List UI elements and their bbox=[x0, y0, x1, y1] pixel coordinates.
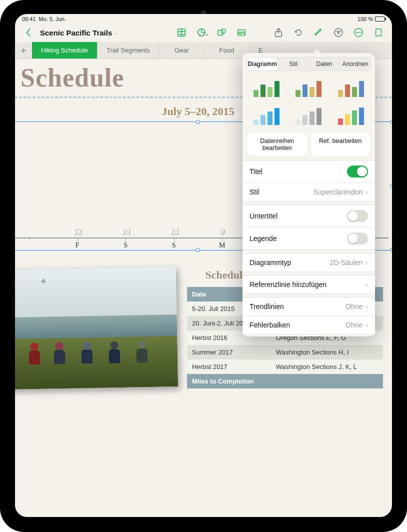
x-tick-label: S bbox=[152, 242, 196, 250]
document-title[interactable]: Scenic Pacific Trails bbox=[40, 28, 112, 37]
status-date: Mo. 5. Jun. bbox=[39, 16, 66, 22]
chevron-right-icon: › bbox=[366, 258, 368, 266]
row-diagrammtyp[interactable]: Diagrammtyp 2D-Säulen› bbox=[242, 253, 375, 272]
chevron-right-icon: › bbox=[366, 280, 368, 288]
x-tick-label: F bbox=[56, 242, 100, 250]
insert-media-button[interactable] bbox=[233, 25, 250, 40]
chart-style-thumb[interactable] bbox=[248, 76, 286, 100]
selection-handle[interactable] bbox=[196, 120, 200, 124]
insert-chart-button[interactable] bbox=[193, 25, 210, 40]
more-button[interactable] bbox=[350, 25, 367, 40]
table-footer[interactable]: Miles to Completion bbox=[187, 374, 383, 388]
table-row[interactable]: Summer 2017Washington Sections H, I bbox=[187, 345, 383, 360]
row-trendlinien[interactable]: Trendlinien Ohne› bbox=[242, 297, 375, 316]
segment-stil[interactable]: Stil bbox=[278, 58, 309, 70]
x-tick-label: S bbox=[104, 242, 148, 250]
selection-handle[interactable] bbox=[196, 248, 200, 252]
toggle-legende[interactable] bbox=[347, 232, 368, 244]
format-brush-button[interactable] bbox=[310, 25, 327, 40]
filter-button[interactable] bbox=[330, 25, 347, 40]
chevron-right-icon: › bbox=[366, 321, 368, 329]
battery-icon bbox=[375, 16, 385, 22]
chart-style-thumb[interactable] bbox=[248, 104, 286, 128]
x-tick-label: M bbox=[200, 242, 244, 250]
segment-diagramm[interactable]: Diagramm bbox=[247, 58, 278, 70]
edit-references-button[interactable]: Ref. bearbeiten bbox=[311, 133, 370, 156]
segment-daten[interactable]: Daten bbox=[309, 58, 340, 70]
tab-hiking-schedule[interactable]: Hiking Schedule bbox=[32, 42, 98, 58]
insert-shape-button[interactable] bbox=[213, 25, 230, 40]
edit-data-series-button[interactable]: Datenreihen bearbeiten bbox=[248, 133, 307, 156]
svg-point-3 bbox=[221, 29, 226, 34]
chart-style-thumb[interactable] bbox=[332, 104, 370, 128]
tab-trail-segments[interactable]: Trail Segments bbox=[98, 42, 160, 58]
chevron-down-icon[interactable]: ⌵ bbox=[114, 30, 118, 36]
segment-anordnen[interactable]: Anordnen bbox=[340, 58, 370, 70]
row-referenzlinie[interactable]: Referenzlinie hinzufügen › bbox=[242, 275, 375, 294]
selection-handle[interactable] bbox=[390, 248, 392, 252]
row-untertitel[interactable]: Untertitel bbox=[242, 204, 375, 228]
main-toolbar: Scenic Pacific Trails ⌵ bbox=[15, 23, 392, 42]
svg-point-9 bbox=[356, 32, 357, 33]
chevron-right-icon: › bbox=[366, 302, 368, 310]
popover-segment-control[interactable]: Diagramm Stil Daten Anordnen bbox=[246, 57, 371, 71]
new-sheet-button[interactable] bbox=[370, 25, 387, 40]
back-button[interactable] bbox=[20, 25, 37, 40]
multitask-dots-icon[interactable] bbox=[200, 34, 208, 36]
toggle-untertitel[interactable] bbox=[347, 210, 368, 222]
chart-style-thumb[interactable] bbox=[290, 104, 328, 128]
x-tick-label bbox=[15, 242, 51, 250]
insert-table-button[interactable] bbox=[173, 25, 190, 40]
chart-style-thumb[interactable] bbox=[332, 76, 370, 100]
tab-gear[interactable]: Gear bbox=[160, 42, 204, 58]
chevron-right-icon: › bbox=[366, 188, 368, 196]
format-popover: Diagramm Stil Daten Anordnen Datenreihen… bbox=[242, 53, 375, 336]
status-bar: 09:41 Mo. 5. Jun. 100 % bbox=[15, 14, 392, 23]
row-fehlerbalken[interactable]: Fehlerbalken Ohne› bbox=[242, 316, 375, 334]
add-sheet-button[interactable]: ＋ bbox=[15, 42, 32, 58]
row-stil[interactable]: Stil Superclarendon› bbox=[242, 183, 375, 202]
svg-point-10 bbox=[358, 32, 359, 33]
selection-handle[interactable] bbox=[390, 120, 392, 124]
undo-button[interactable] bbox=[290, 25, 307, 40]
share-button[interactable] bbox=[270, 25, 287, 40]
chart-style-thumb[interactable] bbox=[290, 76, 328, 100]
svg-point-11 bbox=[360, 32, 360, 33]
toggle-titel[interactable] bbox=[347, 166, 368, 178]
status-time: 09:41 bbox=[22, 16, 36, 22]
row-titel[interactable]: Titel bbox=[242, 160, 375, 183]
selection-handle[interactable] bbox=[390, 184, 392, 188]
status-battery-percent: 100 % bbox=[358, 16, 373, 22]
photo-image[interactable]: ✢ bbox=[15, 266, 178, 390]
row-legende[interactable]: Legende bbox=[242, 228, 375, 250]
table-row[interactable]: Herbst 2017Washington Sections J, K, L bbox=[187, 360, 383, 374]
